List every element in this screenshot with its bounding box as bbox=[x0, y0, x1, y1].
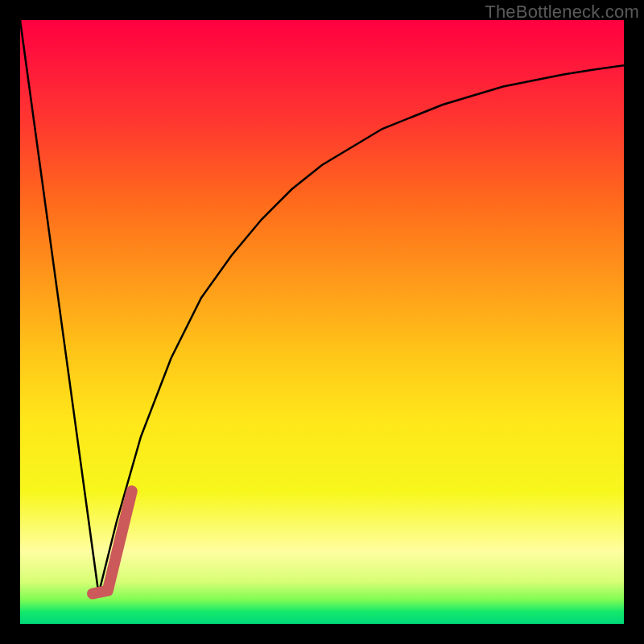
right-rising-curve bbox=[99, 65, 625, 593]
chart-frame: TheBottleneck.com bbox=[0, 0, 644, 644]
curve-layer bbox=[20, 20, 624, 624]
watermark-text: TheBottleneck.com bbox=[485, 2, 639, 23]
plot-area bbox=[20, 20, 624, 624]
left-descending-line bbox=[20, 20, 99, 594]
